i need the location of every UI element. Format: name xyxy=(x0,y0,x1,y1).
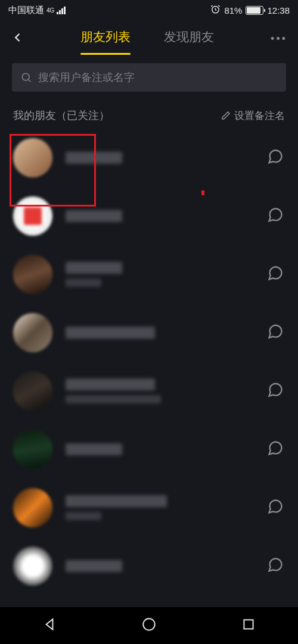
signal-icon xyxy=(57,7,66,14)
svg-point-1 xyxy=(22,73,29,80)
friends-list xyxy=(0,129,298,595)
battery-pct: 81% xyxy=(224,5,242,15)
avatar xyxy=(13,546,52,586)
svg-point-2 xyxy=(143,618,155,630)
chat-icon xyxy=(267,498,284,515)
chat-button[interactable] xyxy=(267,265,285,284)
pencil-icon xyxy=(221,111,231,120)
tab-friends-list[interactable]: 朋友列表 xyxy=(80,29,131,49)
list-item[interactable] xyxy=(13,245,285,304)
chat-icon xyxy=(267,382,284,398)
avatar xyxy=(13,488,52,527)
time-label: 12:38 xyxy=(267,5,290,15)
carrier-label: 中国联通 xyxy=(8,5,44,16)
nav-back-icon[interactable] xyxy=(42,617,57,634)
edit-nickname-label: 设置备注名 xyxy=(234,109,285,123)
chat-icon xyxy=(267,148,284,165)
friend-name xyxy=(66,262,122,274)
chat-icon xyxy=(267,323,284,340)
svg-rect-3 xyxy=(244,620,253,629)
list-item[interactable] xyxy=(13,420,285,479)
avatar xyxy=(13,313,52,352)
back-button[interactable] xyxy=(11,29,24,48)
network-label: 4G xyxy=(46,7,54,14)
friend-subtitle xyxy=(66,512,101,520)
header: 朋友列表 发现朋友 ••• xyxy=(0,20,298,57)
chat-button[interactable] xyxy=(267,207,285,226)
avatar xyxy=(13,138,52,177)
friend-name xyxy=(66,152,122,164)
search-input[interactable]: 搜索用户备注或名字 xyxy=(12,63,286,92)
chat-button[interactable] xyxy=(267,323,285,342)
list-item[interactable] xyxy=(13,479,285,537)
friend-name xyxy=(66,379,155,390)
tab-discover-friends[interactable]: 发现朋友 xyxy=(164,29,214,49)
avatar xyxy=(13,371,52,411)
section-title: 我的朋友（已关注） xyxy=(13,108,110,123)
avatar xyxy=(13,430,52,469)
avatar xyxy=(13,196,52,236)
search-icon xyxy=(20,71,32,83)
chat-icon xyxy=(267,440,284,457)
chat-button[interactable] xyxy=(267,498,285,517)
chat-button[interactable] xyxy=(267,440,285,459)
chat-button[interactable] xyxy=(267,148,285,167)
list-item[interactable] xyxy=(13,129,285,187)
nav-recent-icon[interactable] xyxy=(241,617,256,634)
list-item[interactable] xyxy=(13,304,285,362)
annotation-dot xyxy=(201,190,204,195)
status-bar: 中国联通 4G 81% 12:38 xyxy=(0,0,298,20)
system-nav-bar xyxy=(0,607,298,644)
list-item[interactable] xyxy=(13,537,285,595)
alarm-icon xyxy=(210,4,221,16)
friend-name xyxy=(66,560,122,572)
chat-icon xyxy=(267,207,284,223)
friend-name xyxy=(66,210,122,222)
nav-home-icon[interactable] xyxy=(141,617,157,634)
avatar xyxy=(13,255,52,294)
more-icon[interactable]: ••• xyxy=(271,33,287,45)
chat-button[interactable] xyxy=(267,382,285,401)
friend-name xyxy=(66,327,155,339)
list-item[interactable] xyxy=(13,187,285,245)
chat-icon xyxy=(267,265,284,282)
chat-icon xyxy=(267,557,284,573)
edit-nickname-button[interactable]: 设置备注名 xyxy=(221,109,285,123)
friend-name xyxy=(66,443,122,455)
battery-icon xyxy=(246,6,263,15)
chat-button[interactable] xyxy=(267,557,285,576)
friend-subtitle xyxy=(66,279,101,287)
friend-subtitle xyxy=(66,395,161,404)
friend-name xyxy=(66,495,167,507)
search-placeholder: 搜索用户备注或名字 xyxy=(38,70,135,85)
list-item[interactable] xyxy=(13,362,285,420)
